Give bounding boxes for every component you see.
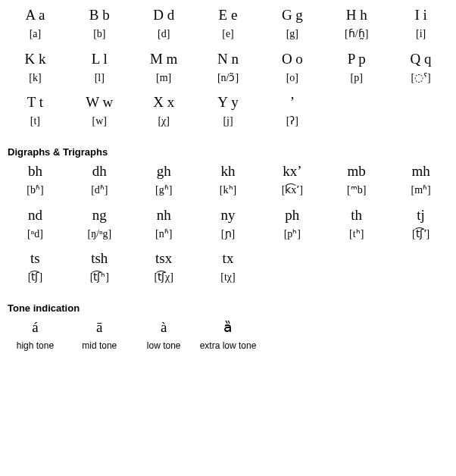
letter-cell: ts: [3, 249, 67, 268]
tone-row: á ā à ȁ high tone mid tone low tone extr…: [3, 318, 453, 352]
alphabet-row-3: T t W w X x Y y ’ [t] [w] [χ] [j] [ʔ]: [3, 93, 453, 130]
ipa-cell: [w]: [67, 114, 132, 130]
letter-cell: th: [324, 206, 389, 225]
ipa-cell: [a]: [3, 27, 67, 42]
letter-cell: W w: [67, 93, 132, 112]
letter-cell: ny: [196, 206, 261, 225]
digraphs-title: Digraphs & Trigraphs: [3, 137, 453, 162]
tone-label: low tone: [132, 339, 196, 352]
letter-cell: dh: [67, 162, 132, 181]
ipa-cell: [t]: [3, 114, 67, 130]
ipa-cell: [o]: [260, 70, 324, 86]
alphabet-ipa-row: [t] [w] [χ] [j] [ʔ]: [3, 114, 453, 130]
letter-cell: [324, 93, 389, 112]
tone-label: high tone: [3, 339, 67, 352]
letter-cell: kx’: [260, 162, 324, 181]
ipa-cell: [389, 114, 453, 130]
ipa-cell: [bʱ]: [3, 183, 67, 199]
ipa-cell: [t͡ʃ]: [3, 270, 67, 286]
letter-cell: H h: [324, 6, 389, 25]
letter-cell: ng: [67, 206, 132, 225]
letter-cell: tj: [389, 206, 453, 225]
ipa-cell: [pʰ]: [260, 227, 324, 243]
letter-cell: [389, 249, 453, 268]
ipa-cell: [l]: [67, 70, 132, 86]
letter-cell: bh: [3, 162, 67, 181]
letter-cell: M m: [132, 50, 196, 69]
letter-cell: [260, 318, 324, 337]
ipa-cell: [n/ɔ̃]: [196, 70, 261, 86]
ipa-cell: [tʰ]: [324, 227, 389, 243]
letter-cell: tsh: [67, 249, 132, 268]
letter-cell: gh: [132, 162, 196, 181]
ipa-cell: [k͡xʼ]: [260, 183, 324, 199]
letter-cell: A a: [3, 6, 67, 25]
tone-letters-row: á ā à ȁ: [3, 318, 453, 337]
digraph-letters-row: bh dh gh kh kx’ mb mh: [3, 162, 453, 181]
digraph-row-2: nd ng nh ny ph th tj [ⁿd] [ŋ/ⁿg] [nʱ] [ɲ…: [3, 206, 453, 243]
letter-cell: [260, 249, 324, 268]
ipa-cell: [tχ]: [196, 270, 261, 286]
ipa-cell: [ᵐb]: [324, 183, 389, 199]
ipa-cell: [χ]: [132, 114, 196, 130]
alphabet-letters-row: T t W w X x Y y ’: [3, 93, 453, 112]
letter-cell: ’: [260, 93, 324, 112]
alphabet-ipa-row: [k] [l] [m] [n/ɔ̃] [o] [p] [◌ˤ]: [3, 70, 453, 86]
letter-cell: L l: [67, 50, 132, 69]
letter-cell: P p: [324, 50, 389, 69]
digraph-ipa-row: [ⁿd] [ŋ/ⁿg] [nʱ] [ɲ] [pʰ] [tʰ] [t͡ʃʼ]: [3, 227, 453, 243]
letter-cell: D d: [132, 6, 196, 25]
letter-cell: O o: [260, 50, 324, 69]
ipa-cell: [t͡ʃχ]: [132, 270, 196, 286]
digraph-letters-row: ts tsh tsx tx: [3, 249, 453, 268]
ipa-cell: [324, 114, 389, 130]
ipa-cell: [◌ˤ]: [389, 70, 453, 86]
letter-cell: K k: [3, 50, 67, 69]
ipa-cell: [ɲ]: [196, 227, 261, 243]
letter-cell: ā: [67, 318, 132, 337]
ipa-cell: [mʱ]: [389, 183, 453, 199]
letter-cell: ph: [260, 206, 324, 225]
ipa-cell: [m]: [132, 70, 196, 86]
ipa-cell: [ʔ]: [260, 114, 324, 130]
letter-cell: [389, 318, 453, 337]
letter-cell: I i: [389, 6, 453, 25]
letter-cell: B b: [67, 6, 132, 25]
ipa-cell: [ⁿd]: [3, 227, 67, 243]
ipa-cell: [389, 270, 453, 286]
alphabet-row-2: K k L l M m N n O o P p Q q [k] [l] [m] …: [3, 50, 453, 86]
letter-cell: E e: [196, 6, 261, 25]
letter-cell: [324, 249, 389, 268]
letter-cell: mb: [324, 162, 389, 181]
letter-cell: nh: [132, 206, 196, 225]
ipa-cell: [i]: [389, 27, 453, 42]
ipa-cell: [p]: [324, 70, 389, 86]
ipa-cell: [j]: [196, 114, 261, 130]
ipa-cell: [ɦ/ɦ̰]: [324, 27, 389, 42]
letter-cell: á: [3, 318, 67, 337]
letter-cell: tx: [196, 249, 261, 268]
ipa-cell: [e]: [196, 27, 261, 42]
ipa-cell: [dʱ]: [67, 183, 132, 199]
digraph-letters-row: nd ng nh ny ph th tj: [3, 206, 453, 225]
ipa-cell: [b]: [67, 27, 132, 42]
ipa-cell: [g]: [260, 27, 324, 42]
ipa-cell: [k]: [3, 70, 67, 86]
alphabet-letters-row: A a B b D d E e G g H h I i: [3, 6, 453, 25]
letter-cell: N n: [196, 50, 261, 69]
tone-label: extra low tone: [196, 339, 261, 352]
ipa-cell: [ŋ/ⁿg]: [67, 227, 132, 243]
ipa-cell: [t͡ʃʼ]: [389, 227, 453, 243]
ipa-cell: [gʱ]: [132, 183, 196, 199]
ipa-cell: [nʱ]: [132, 227, 196, 243]
tones-title: Tone indication: [3, 293, 453, 318]
letter-cell: Y y: [196, 93, 261, 112]
letter-cell: nd: [3, 206, 67, 225]
tone-label: [260, 339, 324, 352]
ipa-cell: [d]: [132, 27, 196, 42]
letter-cell: [324, 318, 389, 337]
alphabet-letters-row: K k L l M m N n O o P p Q q: [3, 50, 453, 69]
letter-cell: Q q: [389, 50, 453, 69]
letter-cell: mh: [389, 162, 453, 181]
tone-label: [389, 339, 453, 352]
